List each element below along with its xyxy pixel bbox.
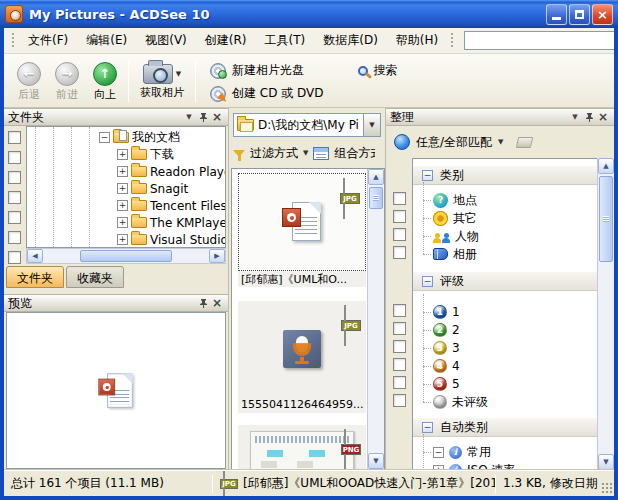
organize-checkbox[interactable]: [393, 358, 406, 371]
group-button[interactable]: 组合方式: [334, 145, 375, 162]
category-item[interactable]: 人物: [413, 227, 597, 245]
thumbnail-image[interactable]: JPG: [238, 301, 366, 397]
back-button[interactable]: ← 后退: [10, 59, 48, 103]
filter-button[interactable]: 过滤方式: [250, 145, 298, 162]
rating-item[interactable]: 11: [413, 303, 597, 321]
thumbnail-image[interactable]: PNG: [238, 425, 366, 470]
easy-select-checkbox[interactable]: [8, 151, 21, 164]
preview-close-icon[interactable]: ×: [210, 296, 224, 310]
organize-checkbox[interactable]: [393, 246, 406, 259]
expand-toggle[interactable]: −: [433, 447, 444, 458]
folder-tree-item[interactable]: −我的文档: [27, 129, 225, 146]
category-item[interactable]: 相册: [413, 245, 597, 263]
section-collapse-toggle[interactable]: −: [422, 170, 433, 181]
easy-select-checkbox[interactable]: [8, 131, 21, 144]
folder-tree-item[interactable]: +下载: [27, 146, 225, 163]
rating-item[interactable]: 未评级: [413, 393, 597, 411]
folder-tree-item[interactable]: +Visual Studio 2005: [27, 231, 225, 248]
organize-vscrollbar[interactable]: ▲ ▼: [597, 158, 614, 470]
easy-select-checkbox[interactable]: [8, 171, 21, 184]
menu-item-5[interactable]: 数据库(D): [314, 28, 387, 53]
menu-item-3[interactable]: 创建(R): [196, 28, 256, 53]
new-photo-disc-button[interactable]: 新建相片光盘: [206, 61, 328, 80]
match-dropdown-icon[interactable]: ▼: [498, 138, 503, 146]
expand-toggle[interactable]: +: [117, 200, 128, 211]
match-selector[interactable]: 任意/全部匹配: [416, 134, 492, 151]
create-cd-dvd-button[interactable]: 创建 CD 或 DVD: [206, 84, 328, 103]
expand-toggle[interactable]: +: [117, 234, 128, 245]
title-bar[interactable]: My Pictures - ACDSee 10 ×: [0, 0, 618, 28]
organize-checkbox[interactable]: [393, 192, 406, 205]
folder-tree-item[interactable]: +Readon Player: [27, 163, 225, 180]
quick-search-input[interactable]: [464, 31, 614, 50]
folder-tree-item[interactable]: +The KMPlayer: [27, 214, 225, 231]
acquire-photos-button[interactable]: ▼ 获取相片: [133, 61, 191, 101]
thumbnail[interactable]: JPG1555041126464959...: [238, 301, 366, 413]
folder-tree-hscrollbar[interactable]: ◀ ▶: [26, 248, 226, 264]
list-vscrollbar[interactable]: ▲ ▼: [367, 169, 384, 469]
auto-category-item[interactable]: −i常用: [413, 443, 597, 461]
scroll-down-icon[interactable]: ▼: [368, 453, 384, 469]
rating-item[interactable]: 33: [413, 339, 597, 357]
organize-menu-icon[interactable]: ▼: [568, 110, 582, 124]
easy-select-checkbox[interactable]: [8, 211, 21, 224]
organize-checkbox[interactable]: [393, 322, 406, 335]
search-button[interactable]: 搜索: [354, 61, 402, 80]
expand-toggle[interactable]: −: [99, 132, 110, 143]
menu-item-4[interactable]: 工具(T): [256, 28, 315, 53]
vscroll-thumb[interactable]: [369, 187, 383, 209]
category-item[interactable]: ?地点: [413, 191, 597, 209]
scroll-up-icon[interactable]: ▲: [368, 169, 384, 185]
organize-checkbox[interactable]: [393, 340, 406, 353]
organize-checkbox[interactable]: [393, 376, 406, 389]
expand-toggle[interactable]: +: [117, 183, 128, 194]
rating-item[interactable]: 44: [413, 357, 597, 375]
organize-close-icon[interactable]: ×: [596, 110, 610, 124]
hscroll-thumb[interactable]: [80, 250, 172, 262]
thumbnail-image[interactable]: JPG: [238, 173, 366, 271]
expand-toggle[interactable]: +: [117, 217, 128, 228]
section-collapse-toggle[interactable]: −: [422, 276, 433, 287]
organize-pin-icon[interactable]: [582, 110, 596, 124]
easy-select-checkbox[interactable]: [8, 251, 21, 264]
menu-item-1[interactable]: 编辑(E): [77, 28, 136, 53]
panel-menu-icon[interactable]: ▼: [182, 110, 196, 124]
folder-tree-item[interactable]: +Tencent Files: [27, 197, 225, 214]
expand-toggle[interactable]: +: [117, 166, 128, 177]
expand-toggle[interactable]: +: [117, 149, 128, 160]
up-button[interactable]: ↑ 向上: [86, 59, 124, 103]
organize-checkbox[interactable]: [393, 304, 406, 317]
easy-select-checkbox[interactable]: [8, 231, 21, 244]
scroll-right-icon[interactable]: ▶: [209, 249, 225, 263]
maximize-button[interactable]: [569, 4, 590, 25]
minimize-button[interactable]: [546, 4, 567, 25]
organize-checkbox[interactable]: [393, 228, 406, 241]
resize-grip[interactable]: [601, 482, 613, 494]
thumbnail[interactable]: JPG[邱郁惠]《UML和O...: [238, 173, 366, 287]
org-vscroll-thumb[interactable]: [599, 176, 613, 262]
filter-dropdown-icon[interactable]: ▼: [303, 149, 308, 157]
menu-item-0[interactable]: 文件(F): [19, 28, 77, 53]
org-scroll-down-icon[interactable]: ▼: [598, 454, 614, 470]
organize-checkbox[interactable]: [393, 210, 406, 223]
address-bar[interactable]: D:\我的文档\My Pi ▼: [233, 113, 381, 137]
acquire-dropdown-icon[interactable]: ▼: [176, 70, 181, 78]
forward-button[interactable]: → 前进: [48, 59, 86, 103]
section-collapse-toggle[interactable]: −: [422, 422, 433, 433]
clear-selection-icon[interactable]: [516, 137, 533, 148]
easy-select-checkbox[interactable]: [8, 191, 21, 204]
thumbnail[interactable]: PNG: [238, 425, 366, 470]
tab-folders[interactable]: 文件夹: [6, 266, 64, 288]
organize-checkbox[interactable]: [393, 394, 406, 407]
scroll-left-icon[interactable]: ◀: [27, 249, 43, 263]
tab-favorites[interactable]: 收藏夹: [66, 266, 124, 288]
rating-item[interactable]: 22: [413, 321, 597, 339]
rating-item[interactable]: 55: [413, 375, 597, 393]
category-item[interactable]: 其它: [413, 209, 597, 227]
close-button[interactable]: ×: [592, 4, 613, 25]
address-dropdown-icon[interactable]: ▼: [363, 114, 380, 136]
menu-item-2[interactable]: 视图(V): [136, 28, 196, 53]
folder-tree-item[interactable]: +Snagit: [27, 180, 225, 197]
panel-close-icon[interactable]: ×: [210, 110, 224, 124]
pin-icon[interactable]: [196, 110, 210, 124]
